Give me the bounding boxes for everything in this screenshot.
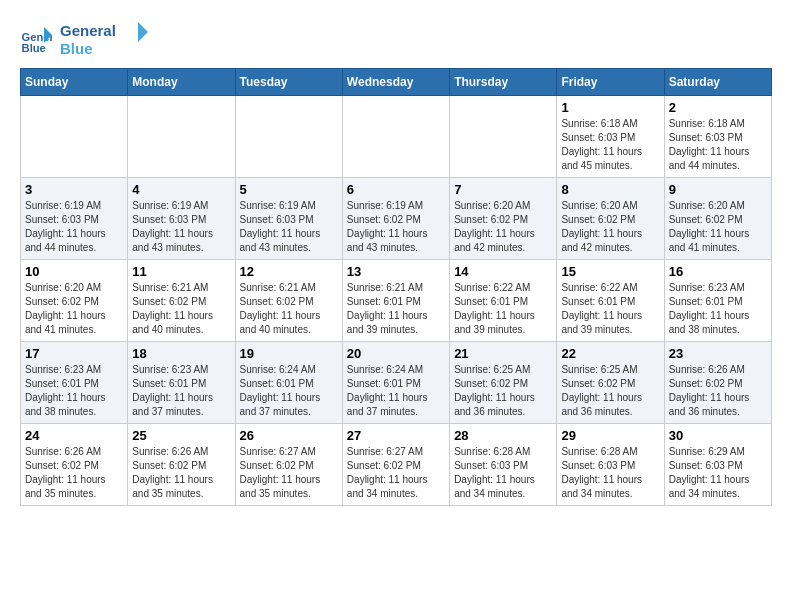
day-number: 4 xyxy=(132,182,230,197)
calendar-cell: 20Sunrise: 6:24 AM Sunset: 6:01 PM Dayli… xyxy=(342,342,449,424)
calendar-cell: 5Sunrise: 6:19 AM Sunset: 6:03 PM Daylig… xyxy=(235,178,342,260)
calendar-cell: 17Sunrise: 6:23 AM Sunset: 6:01 PM Dayli… xyxy=(21,342,128,424)
day-info: Sunrise: 6:26 AM Sunset: 6:02 PM Dayligh… xyxy=(132,445,230,501)
logo: General Blue General Blue xyxy=(20,20,150,58)
col-sunday: Sunday xyxy=(21,69,128,96)
calendar-cell: 23Sunrise: 6:26 AM Sunset: 6:02 PM Dayli… xyxy=(664,342,771,424)
week-row-5: 24Sunrise: 6:26 AM Sunset: 6:02 PM Dayli… xyxy=(21,424,772,506)
col-monday: Monday xyxy=(128,69,235,96)
day-number: 30 xyxy=(669,428,767,443)
calendar-table: Sunday Monday Tuesday Wednesday Thursday… xyxy=(20,68,772,506)
day-info: Sunrise: 6:26 AM Sunset: 6:02 PM Dayligh… xyxy=(25,445,123,501)
day-number: 2 xyxy=(669,100,767,115)
col-saturday: Saturday xyxy=(664,69,771,96)
calendar-cell: 16Sunrise: 6:23 AM Sunset: 6:01 PM Dayli… xyxy=(664,260,771,342)
day-info: Sunrise: 6:23 AM Sunset: 6:01 PM Dayligh… xyxy=(25,363,123,419)
day-number: 22 xyxy=(561,346,659,361)
day-number: 16 xyxy=(669,264,767,279)
calendar-cell: 14Sunrise: 6:22 AM Sunset: 6:01 PM Dayli… xyxy=(450,260,557,342)
col-tuesday: Tuesday xyxy=(235,69,342,96)
day-info: Sunrise: 6:28 AM Sunset: 6:03 PM Dayligh… xyxy=(454,445,552,501)
calendar-cell: 29Sunrise: 6:28 AM Sunset: 6:03 PM Dayli… xyxy=(557,424,664,506)
day-info: Sunrise: 6:20 AM Sunset: 6:02 PM Dayligh… xyxy=(454,199,552,255)
day-number: 10 xyxy=(25,264,123,279)
calendar-cell: 19Sunrise: 6:24 AM Sunset: 6:01 PM Dayli… xyxy=(235,342,342,424)
day-number: 25 xyxy=(132,428,230,443)
day-info: Sunrise: 6:24 AM Sunset: 6:01 PM Dayligh… xyxy=(240,363,338,419)
calendar-cell: 30Sunrise: 6:29 AM Sunset: 6:03 PM Dayli… xyxy=(664,424,771,506)
day-info: Sunrise: 6:21 AM Sunset: 6:02 PM Dayligh… xyxy=(240,281,338,337)
day-info: Sunrise: 6:19 AM Sunset: 6:03 PM Dayligh… xyxy=(240,199,338,255)
day-number: 13 xyxy=(347,264,445,279)
day-number: 17 xyxy=(25,346,123,361)
calendar-cell: 18Sunrise: 6:23 AM Sunset: 6:01 PM Dayli… xyxy=(128,342,235,424)
day-number: 21 xyxy=(454,346,552,361)
day-info: Sunrise: 6:20 AM Sunset: 6:02 PM Dayligh… xyxy=(25,281,123,337)
calendar-cell: 21Sunrise: 6:25 AM Sunset: 6:02 PM Dayli… xyxy=(450,342,557,424)
day-info: Sunrise: 6:18 AM Sunset: 6:03 PM Dayligh… xyxy=(669,117,767,173)
day-info: Sunrise: 6:19 AM Sunset: 6:02 PM Dayligh… xyxy=(347,199,445,255)
day-number: 14 xyxy=(454,264,552,279)
day-number: 23 xyxy=(669,346,767,361)
day-info: Sunrise: 6:20 AM Sunset: 6:02 PM Dayligh… xyxy=(669,199,767,255)
day-number: 12 xyxy=(240,264,338,279)
day-info: Sunrise: 6:19 AM Sunset: 6:03 PM Dayligh… xyxy=(132,199,230,255)
day-info: Sunrise: 6:20 AM Sunset: 6:02 PM Dayligh… xyxy=(561,199,659,255)
calendar-cell: 22Sunrise: 6:25 AM Sunset: 6:02 PM Dayli… xyxy=(557,342,664,424)
day-number: 27 xyxy=(347,428,445,443)
svg-text:Blue: Blue xyxy=(22,42,46,54)
day-info: Sunrise: 6:21 AM Sunset: 6:02 PM Dayligh… xyxy=(132,281,230,337)
col-wednesday: Wednesday xyxy=(342,69,449,96)
calendar-cell: 6Sunrise: 6:19 AM Sunset: 6:02 PM Daylig… xyxy=(342,178,449,260)
day-info: Sunrise: 6:24 AM Sunset: 6:01 PM Dayligh… xyxy=(347,363,445,419)
logo-svg: General Blue xyxy=(60,20,150,58)
calendar-cell: 4Sunrise: 6:19 AM Sunset: 6:03 PM Daylig… xyxy=(128,178,235,260)
calendar-cell: 10Sunrise: 6:20 AM Sunset: 6:02 PM Dayli… xyxy=(21,260,128,342)
calendar-cell: 15Sunrise: 6:22 AM Sunset: 6:01 PM Dayli… xyxy=(557,260,664,342)
day-number: 5 xyxy=(240,182,338,197)
day-info: Sunrise: 6:27 AM Sunset: 6:02 PM Dayligh… xyxy=(240,445,338,501)
day-info: Sunrise: 6:25 AM Sunset: 6:02 PM Dayligh… xyxy=(454,363,552,419)
day-info: Sunrise: 6:27 AM Sunset: 6:02 PM Dayligh… xyxy=(347,445,445,501)
calendar-body: 1Sunrise: 6:18 AM Sunset: 6:03 PM Daylig… xyxy=(21,96,772,506)
calendar-cell: 2Sunrise: 6:18 AM Sunset: 6:03 PM Daylig… xyxy=(664,96,771,178)
week-row-2: 3Sunrise: 6:19 AM Sunset: 6:03 PM Daylig… xyxy=(21,178,772,260)
day-info: Sunrise: 6:22 AM Sunset: 6:01 PM Dayligh… xyxy=(454,281,552,337)
col-thursday: Thursday xyxy=(450,69,557,96)
day-number: 3 xyxy=(25,182,123,197)
day-number: 18 xyxy=(132,346,230,361)
calendar-cell: 24Sunrise: 6:26 AM Sunset: 6:02 PM Dayli… xyxy=(21,424,128,506)
svg-text:Blue: Blue xyxy=(60,40,93,57)
day-info: Sunrise: 6:26 AM Sunset: 6:02 PM Dayligh… xyxy=(669,363,767,419)
header: General Blue General Blue xyxy=(20,20,772,58)
day-number: 19 xyxy=(240,346,338,361)
day-info: Sunrise: 6:29 AM Sunset: 6:03 PM Dayligh… xyxy=(669,445,767,501)
calendar-cell xyxy=(235,96,342,178)
day-number: 15 xyxy=(561,264,659,279)
calendar-cell xyxy=(450,96,557,178)
day-number: 9 xyxy=(669,182,767,197)
svg-marker-4 xyxy=(138,22,148,42)
calendar-cell: 3Sunrise: 6:19 AM Sunset: 6:03 PM Daylig… xyxy=(21,178,128,260)
page: General Blue General Blue Sunday Monday … xyxy=(0,0,792,516)
svg-text:General: General xyxy=(60,22,116,39)
day-info: Sunrise: 6:22 AM Sunset: 6:01 PM Dayligh… xyxy=(561,281,659,337)
day-number: 26 xyxy=(240,428,338,443)
calendar-header: Sunday Monday Tuesday Wednesday Thursday… xyxy=(21,69,772,96)
day-info: Sunrise: 6:25 AM Sunset: 6:02 PM Dayligh… xyxy=(561,363,659,419)
calendar-cell: 7Sunrise: 6:20 AM Sunset: 6:02 PM Daylig… xyxy=(450,178,557,260)
day-header-row: Sunday Monday Tuesday Wednesday Thursday… xyxy=(21,69,772,96)
day-number: 1 xyxy=(561,100,659,115)
day-info: Sunrise: 6:28 AM Sunset: 6:03 PM Dayligh… xyxy=(561,445,659,501)
day-number: 8 xyxy=(561,182,659,197)
day-number: 6 xyxy=(347,182,445,197)
week-row-1: 1Sunrise: 6:18 AM Sunset: 6:03 PM Daylig… xyxy=(21,96,772,178)
calendar-cell xyxy=(21,96,128,178)
day-info: Sunrise: 6:23 AM Sunset: 6:01 PM Dayligh… xyxy=(669,281,767,337)
col-friday: Friday xyxy=(557,69,664,96)
day-number: 24 xyxy=(25,428,123,443)
logo-icon: General Blue xyxy=(20,23,52,55)
calendar-cell xyxy=(128,96,235,178)
calendar-cell: 1Sunrise: 6:18 AM Sunset: 6:03 PM Daylig… xyxy=(557,96,664,178)
day-number: 29 xyxy=(561,428,659,443)
